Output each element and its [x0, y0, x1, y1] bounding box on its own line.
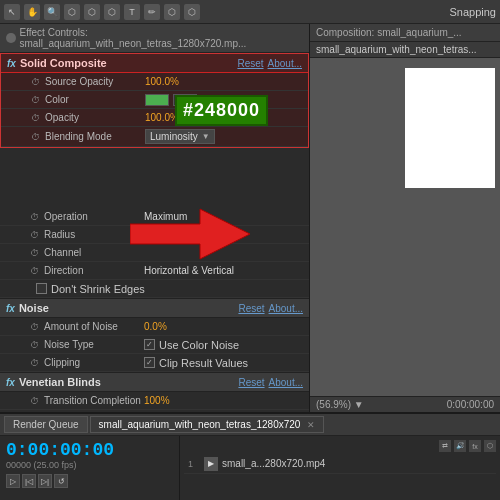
timeline-right: ⇄ 🔊 fx ⬡ 1 ▶ small_a...280x720.mp4: [180, 436, 500, 500]
direction-value[interactable]: Horizontal & Vertical: [144, 265, 303, 276]
blending-mode-label: Blending Mode: [45, 131, 145, 142]
comp-tab-close[interactable]: ✕: [307, 420, 315, 430]
tl-icon-fx[interactable]: fx: [469, 440, 481, 452]
direction-label: Direction: [44, 265, 144, 276]
toolbar-icon-6[interactable]: ⬡: [104, 4, 120, 20]
clipping-checkbox[interactable]: [144, 357, 155, 368]
loop-btn[interactable]: ↺: [54, 474, 68, 488]
tl-icon-2[interactable]: 🔊: [454, 440, 466, 452]
toolbar-icon-9[interactable]: ⬡: [164, 4, 180, 20]
composition-tabs[interactable]: small_aquarium_with_neon_tetras...: [310, 42, 500, 58]
source-opacity-value[interactable]: 100.0%: [145, 76, 302, 87]
stopwatch-icon-ntype[interactable]: ⏱: [28, 339, 40, 351]
toolbar-icon-7[interactable]: T: [124, 4, 140, 20]
dont-shrink-checkbox-row: Don't Shrink Edges: [36, 283, 145, 295]
fx-icon-venetian: fx: [6, 377, 15, 388]
stopwatch-icon-clip[interactable]: ⏱: [28, 357, 40, 369]
play-btn[interactable]: ▷: [6, 474, 20, 488]
amount-noise-row: ⏱ Amount of Noise 0.0%: [0, 318, 309, 336]
noise-type-label: Noise Type: [44, 339, 144, 350]
blending-mode-dropdown[interactable]: Luminosity ▼: [145, 129, 215, 144]
toolbar-icon-1[interactable]: ↖: [4, 4, 20, 20]
stopwatch-icon-radius[interactable]: ⏱: [28, 229, 40, 241]
solid-composite-about[interactable]: About...: [268, 58, 302, 69]
blending-mode-row: ⏱ Blending Mode Luminosity ▼: [1, 127, 308, 147]
panel-close-btn[interactable]: [6, 33, 16, 43]
radius-label: Radius: [44, 229, 144, 240]
zoom-bar: (56.9%) ▼ 0:00:00:00: [310, 396, 500, 412]
toolbar-icon-5[interactable]: ⬡: [84, 4, 100, 20]
stopwatch-icon-trans[interactable]: ⏱: [28, 395, 40, 407]
toolbar-icon-2[interactable]: ✋: [24, 4, 40, 20]
fx-icon-noise: fx: [6, 303, 15, 314]
venetian-header[interactable]: fx Venetian Blinds Reset About...: [0, 373, 309, 392]
transition-label: Transition Completion: [44, 395, 144, 406]
direction-row: ⏱ Direction Horizontal & Vertical: [0, 262, 309, 280]
comp-tab-label: small_aquarium_with_neon_tetras_1280x720: [99, 419, 301, 430]
dont-shrink-row: Don't Shrink Edges: [0, 280, 309, 298]
operation-row: ⏱ Operation Maximum: [0, 208, 309, 226]
extra-props-section: ⏱ Operation Maximum ⏱ Radius ⏱ Channel ⏱…: [0, 208, 309, 299]
stopwatch-icon-source[interactable]: ⏱: [29, 76, 41, 88]
step-back-btn[interactable]: |◁: [22, 474, 36, 488]
noise-type-checkbox[interactable]: [144, 339, 155, 350]
stopwatch-icon-opacity[interactable]: ⏱: [29, 112, 41, 124]
tl-icon-parent[interactable]: ⬡: [484, 440, 496, 452]
stopwatch-icon-color[interactable]: ⏱: [29, 94, 41, 106]
fx-icon-solid: fx: [7, 58, 16, 69]
render-queue-tab[interactable]: Render Queue: [4, 416, 88, 433]
solid-composite-header[interactable]: fx Solid Composite Reset About...: [1, 54, 308, 73]
toolbar-icon-3[interactable]: 🔍: [44, 4, 60, 20]
transition-value[interactable]: 100%: [144, 395, 303, 406]
stopwatch-icon-blend[interactable]: ⏱: [29, 131, 41, 143]
noise-type-row: ⏱ Noise Type Use Color Noise: [0, 336, 309, 354]
toolbar-icon-4[interactable]: ⬡: [64, 4, 80, 20]
noise-reset[interactable]: Reset: [238, 303, 264, 314]
vb-direction-row: ⏱ Direction 0x-90.0°: [0, 410, 309, 412]
solid-composite-title: Solid Composite: [20, 57, 234, 69]
stopwatch-icon-op[interactable]: ⏱: [28, 211, 40, 223]
operation-value[interactable]: Maximum: [144, 211, 303, 222]
noise-about[interactable]: About...: [269, 303, 303, 314]
amount-noise-value[interactable]: 0.0%: [144, 321, 303, 332]
noise-header[interactable]: fx Noise Reset About...: [0, 299, 309, 318]
time-display[interactable]: 0:00:00:00: [6, 440, 173, 460]
source-opacity-row: ⏱ Source Opacity 100.0%: [1, 73, 308, 91]
zoom-level[interactable]: (56.9%) ▼: [316, 399, 364, 410]
layer-icon: ▶: [204, 457, 218, 471]
composition-canvas[interactable]: [310, 58, 500, 396]
time-right: 0:00:00:00: [447, 399, 494, 410]
frame-info: 00000 (25.00 fps): [6, 460, 173, 470]
stopwatch-icon-dir[interactable]: ⏱: [28, 265, 40, 277]
dont-shrink-checkbox[interactable]: [36, 283, 47, 294]
dont-shrink-label: Don't Shrink Edges: [51, 283, 145, 295]
composition-white-area: [405, 68, 495, 188]
opacity-label: Opacity: [45, 112, 145, 123]
solid-composite-reset[interactable]: Reset: [237, 58, 263, 69]
snapping-label: Snapping: [450, 6, 497, 18]
tl-icon-1[interactable]: ⇄: [439, 440, 451, 452]
effect-controls-header: Effect Controls: small_aquarium_with_neo…: [0, 24, 309, 53]
noise-title: Noise: [19, 302, 235, 314]
clipping-checkbox-row: Clip Result Values: [144, 357, 248, 369]
left-panel[interactable]: Effect Controls: small_aquarium_with_neo…: [0, 24, 310, 412]
step-fwd-btn[interactable]: ▷|: [38, 474, 52, 488]
toolbar-icon-8[interactable]: ✏: [144, 4, 160, 20]
toolbar-icon-10[interactable]: ⬡: [184, 4, 200, 20]
layer-name: small_a...280x720.mp4: [222, 458, 492, 469]
right-panel: Composition: small_aquarium_... small_aq…: [310, 24, 500, 412]
stopwatch-icon-channel[interactable]: ⏱: [28, 247, 40, 259]
noise-type-checkbox-row: Use Color Noise: [144, 339, 239, 351]
channel-label: Channel: [44, 247, 144, 258]
venetian-about[interactable]: About...: [269, 377, 303, 388]
top-toolbar: ↖ ✋ 🔍 ⬡ ⬡ ⬡ T ✏ ⬡ ⬡ Snapping: [0, 0, 500, 24]
color-swatch-green[interactable]: [145, 94, 169, 106]
dropdown-arrow-icon: ▼: [202, 132, 210, 141]
layer-row[interactable]: 1 ▶ small_a...280x720.mp4: [184, 454, 496, 474]
radius-row: ⏱ Radius: [0, 226, 309, 244]
comp-tab[interactable]: small_aquarium_with_neon_tetras_1280x720…: [90, 416, 325, 433]
venetian-reset[interactable]: Reset: [238, 377, 264, 388]
clipping-value: Clip Result Values: [159, 357, 248, 369]
transition-row: ⏱ Transition Completion 100%: [0, 392, 309, 410]
stopwatch-icon-amount[interactable]: ⏱: [28, 321, 40, 333]
